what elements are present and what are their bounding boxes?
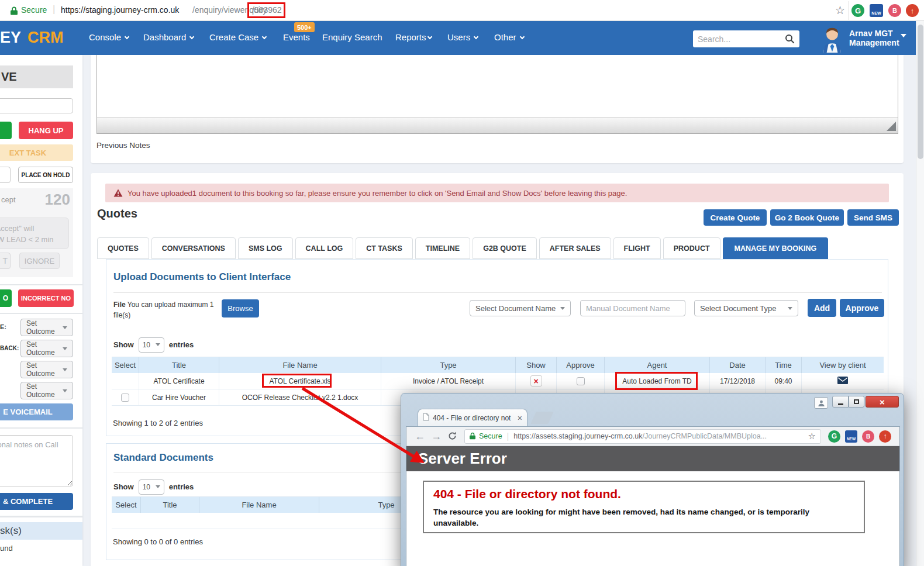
tab-ct-tasks[interactable]: CT TASKS — [356, 237, 413, 259]
uparrow-extension-icon[interactable]: ↑ — [906, 4, 919, 17]
col-approve[interactable]: Approve — [557, 357, 605, 373]
close-window-button[interactable]: × — [866, 396, 899, 408]
add-button[interactable]: Add — [808, 299, 836, 317]
horizontal-scrollbar[interactable] — [97, 118, 898, 133]
file-name-cell[interactable]: ATOL Certificate.xls — [219, 373, 381, 389]
url-enquiry-id[interactable]: /563962 — [252, 5, 282, 15]
correct-no-button[interactable]: O — [0, 289, 12, 307]
accept-button-disabled[interactable]: T — [0, 253, 11, 269]
nav-item-users[interactable]: Users — [447, 32, 478, 42]
col-type[interactable]: Type — [381, 357, 516, 373]
call-notes-textarea[interactable] — [0, 435, 73, 486]
outcome-select-2[interactable]: Set Outcome — [20, 340, 73, 357]
page-size-select[interactable]: 10 — [139, 337, 164, 353]
browser-tab[interactable]: 404 - File or directory not × — [418, 409, 527, 426]
select-checkbox[interactable] — [121, 394, 129, 402]
page-scrollbar[interactable] — [916, 21, 924, 566]
outcome-select-3[interactable]: Set Outcome — [20, 361, 73, 378]
nav-item-events[interactable]: Enquiry Search Events — [283, 32, 310, 42]
app-logo[interactable]: EY CRM — [0, 29, 64, 47]
col-select[interactable]: Select — [112, 497, 141, 513]
resize-grip-icon[interactable] — [887, 122, 896, 131]
page-size-select[interactable]: 10 — [139, 479, 164, 495]
tab-close-icon[interactable]: × — [518, 413, 522, 423]
tab-product[interactable]: PRODUCT — [663, 237, 720, 259]
scrollbar-thumb[interactable] — [918, 25, 923, 159]
tab-call-log[interactable]: CALL LOG — [295, 237, 354, 259]
envelope-icon[interactable] — [837, 377, 848, 386]
col-title[interactable]: Title — [141, 497, 199, 513]
user-caret-icon[interactable] — [901, 34, 906, 37]
bookmark-star-icon[interactable]: ☆ — [808, 431, 816, 441]
url-domain[interactable]: https://staging.journey-crm.co.uk — [61, 5, 179, 15]
sidebar-text-input[interactable] — [0, 98, 73, 113]
create-quote-button[interactable]: Create Quote — [704, 209, 767, 226]
col-agent[interactable]: Agent — [605, 357, 710, 373]
nav-item-create-case[interactable]: Create Case — [209, 32, 266, 42]
cut-left-button[interactable] — [0, 167, 11, 183]
leave-voicemail-button[interactable]: E VOICEMAIL — [0, 403, 73, 420]
grammarly-extension-icon[interactable]: G — [828, 430, 840, 443]
avatar[interactable] — [821, 26, 843, 55]
b-extension-icon[interactable]: B — [888, 4, 901, 17]
nav-item-console[interactable]: Console — [89, 32, 129, 42]
col-date[interactable]: Date — [710, 357, 766, 373]
back-icon[interactable]: ← — [415, 430, 425, 443]
hang-up-button[interactable]: HANG UP — [19, 122, 73, 139]
answer-button[interactable] — [0, 122, 12, 139]
outcome-select-4[interactable]: Set Outcome — [20, 382, 73, 399]
next-task-button[interactable]: EXT TASK — [0, 144, 73, 161]
col-file-name[interactable]: File Name — [219, 357, 381, 373]
select-document-type[interactable]: Select Document Type — [694, 300, 798, 316]
refresh-icon[interactable] — [447, 431, 457, 443]
b-extension-icon[interactable]: B — [862, 430, 874, 443]
nav-item-enquiry-search[interactable]: Enquiry Search — [322, 32, 382, 42]
approve-checkbox[interactable] — [577, 377, 585, 385]
ignore-button-disabled[interactable]: IGNORE — [19, 253, 60, 269]
search-input[interactable] — [698, 34, 785, 44]
nav-item-other[interactable]: Other — [494, 32, 524, 42]
go2book-quote-button[interactable]: Go 2 Book Quote — [770, 209, 844, 226]
select-document-name[interactable]: Select Document Name — [470, 300, 571, 316]
save-complete-button[interactable]: & COMPLETE — [0, 493, 73, 510]
nav-item-dashboard[interactable]: Dashboard — [143, 32, 194, 42]
profile-window-button[interactable] — [814, 397, 828, 409]
tab-g2b-quote[interactable]: G2B QUOTE — [473, 237, 537, 259]
place-on-hold-button[interactable]: PLACE ON HOLD — [18, 167, 73, 183]
notes-editor[interactable] — [96, 55, 898, 134]
file-name-cell[interactable]: OCOF Release Checklist v2.2 1.docx — [219, 389, 381, 405]
browse-button[interactable]: Browse — [222, 299, 259, 317]
outcome-select-1[interactable]: Set Outcome — [20, 319, 73, 336]
user-menu[interactable]: Arnav MGT Management — [849, 29, 899, 47]
col-time[interactable]: Time — [766, 357, 802, 373]
tab-flight[interactable]: FLIGHT — [613, 237, 661, 259]
approve-button[interactable]: Approve — [840, 299, 884, 317]
col-file-name[interactable]: File Name — [199, 497, 319, 513]
new-badge-extension-icon[interactable]: NEW — [870, 4, 883, 17]
tab-manage-my-booking-active[interactable]: MANAGE MY BOOKING — [723, 237, 829, 260]
bookmark-star-icon[interactable]: ☆ — [835, 4, 845, 17]
col-title[interactable]: Title — [139, 357, 219, 373]
uparrow-extension-icon[interactable]: ↑ — [879, 430, 891, 443]
forward-icon[interactable]: → — [431, 430, 442, 443]
search-icon[interactable] — [785, 34, 795, 46]
hide-document-button[interactable]: × — [530, 375, 542, 386]
popup-address-bar[interactable]: Secure | https://assets.staging.journey-… — [464, 429, 821, 444]
manual-document-name-input[interactable] — [580, 300, 685, 316]
tab-after-sales[interactable]: AFTER SALES — [539, 237, 611, 259]
incorrect-no-button[interactable]: INCORRECT NO — [18, 289, 74, 307]
tab-timeline[interactable]: TIMELINE — [415, 237, 470, 259]
grammarly-extension-icon[interactable]: G — [851, 4, 864, 17]
new-tab-button[interactable] — [530, 412, 554, 424]
col-show[interactable]: Show — [516, 357, 557, 373]
tab-sms-log[interactable]: SMS LOG — [238, 237, 293, 259]
maximize-window-button[interactable] — [849, 396, 864, 408]
nav-item-reports[interactable]: Reports — [395, 32, 432, 42]
tab-conversations[interactable]: CONVERSATIONS — [151, 237, 236, 259]
minimize-window-button[interactable] — [832, 396, 849, 408]
col-view-by-client[interactable]: View by client — [802, 357, 884, 373]
send-sms-button[interactable]: Send SMS — [847, 209, 899, 226]
col-select[interactable]: Select — [112, 357, 139, 373]
task-item[interactable]: und — [0, 544, 13, 553]
new-badge-extension-icon[interactable]: NEW — [845, 430, 857, 443]
